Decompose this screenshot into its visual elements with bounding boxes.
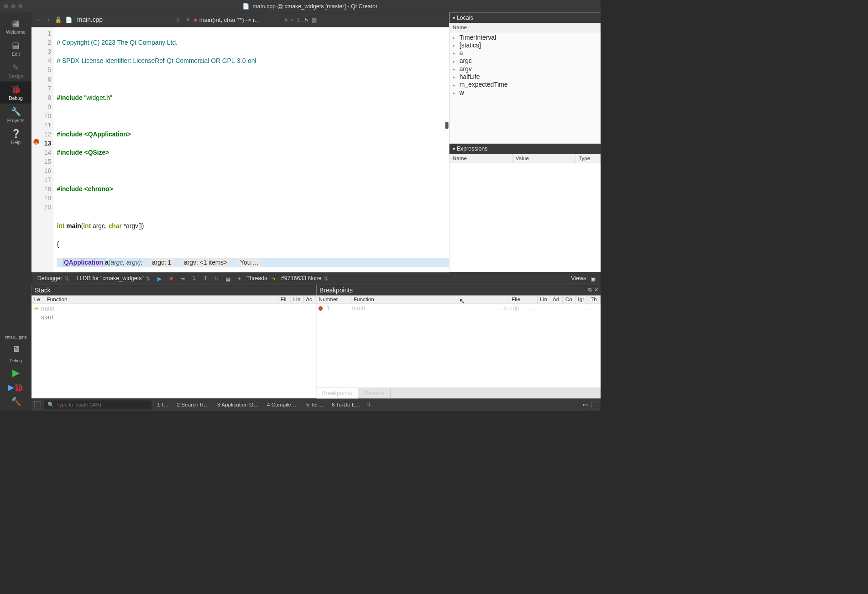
line-gutter[interactable]: 1 2 3 4 5 6 7 8 9 10 ⌄11 12 ➔13: [31, 27, 53, 272]
toggle-right-sidebar-icon[interactable]: [591, 401, 598, 408]
run-button[interactable]: ▶: [6, 366, 26, 379]
window-controls[interactable]: [4, 4, 23, 9]
step-over-icon[interactable]: ⤼: [178, 275, 187, 282]
chevron-right-icon: ▸: [453, 43, 457, 48]
locals-row[interactable]: ▸TimerInterval: [450, 33, 601, 41]
mode-help[interactable]: ❔Help: [0, 125, 31, 147]
record-icon[interactable]: ●: [235, 275, 244, 282]
chevron-right-icon: ▸: [453, 74, 457, 79]
mode-edit[interactable]: ▤Edit: [0, 37, 31, 59]
stack-body[interactable]: ➔main start: [31, 304, 316, 398]
inline-value-more: You …: [237, 258, 262, 267]
locals-row[interactable]: ▸w: [450, 89, 601, 96]
zoom-dot[interactable]: [18, 4, 23, 9]
breakpoints-headers[interactable]: Number Function File Lin Ad Co Igr Th: [316, 296, 601, 304]
breakpoint-dot-icon: [318, 306, 323, 311]
close-dot[interactable]: [4, 4, 8, 9]
restart-icon[interactable]: ↻: [212, 275, 221, 282]
nav-back-icon[interactable]: ‹: [34, 16, 42, 23]
expressions-columns[interactable]: Name Value Type: [450, 154, 601, 163]
mode-projects[interactable]: 🔧Projects: [0, 104, 31, 125]
min-dot[interactable]: [11, 4, 16, 9]
breakpoints-panel: Breakpoints ⧉✕ Number Function File Lin …: [316, 285, 601, 398]
split-editor-icon[interactable]: ▥: [310, 16, 319, 23]
step-into-icon[interactable]: ⤵: [189, 275, 198, 282]
chevron-right-icon: ▸: [453, 82, 457, 87]
stack-headers[interactable]: Le Function Fil Lin Ac: [31, 296, 316, 304]
log-icon[interactable]: ▤: [224, 275, 232, 282]
locals-columns[interactable]: Name: [450, 23, 601, 32]
wrench-icon: 🔧: [11, 107, 21, 116]
debugger-target-dropdown[interactable]: LLDB for "cmake_widgets"⇅: [74, 275, 153, 283]
chevron-down-icon: ▾: [453, 16, 455, 21]
mode-design[interactable]: ✎Design: [0, 59, 31, 81]
breakpoints-title: Breakpoints: [316, 285, 601, 296]
step-out-icon[interactable]: ⤴: [201, 275, 209, 282]
chevron-right-icon: ▸: [453, 90, 457, 95]
current-line-arrow-icon: ➔: [33, 139, 38, 147]
progress-icon[interactable]: ▭: [583, 401, 588, 408]
output-tab-4[interactable]: 4 Compile …: [264, 401, 300, 408]
symbol-marker-icon: ◆: [193, 17, 197, 23]
tab-threads[interactable]: Threads: [358, 388, 390, 398]
locator-input[interactable]: [57, 402, 148, 407]
output-tab-1[interactable]: 1 I…: [155, 401, 171, 408]
close-icon[interactable]: ✕: [594, 287, 598, 293]
locals-row[interactable]: ▸[statics]: [450, 42, 601, 49]
toggle-sidebar-icon[interactable]: [34, 401, 41, 408]
expressions-header[interactable]: ▾Expressions: [450, 144, 601, 154]
continue-icon[interactable]: ▶: [155, 275, 164, 282]
locals-tree[interactable]: ▸TimerInterval▸[statics]▸a▸argc▸argv▸hal…: [450, 32, 601, 144]
popout-icon[interactable]: ⧉: [588, 287, 592, 293]
thread-arrow-icon: ➔: [271, 275, 276, 282]
fold-icon[interactable]: ⌄: [48, 120, 52, 127]
tab-breakpoints[interactable]: Breakpoints: [316, 388, 358, 398]
stack-row[interactable]: ➔main: [31, 304, 316, 313]
debug-run-button[interactable]: ▶🐞: [6, 381, 26, 394]
locator-search[interactable]: 🔍: [44, 400, 152, 409]
output-tab-2[interactable]: 2 Search R…: [174, 401, 212, 408]
chevron-right-icon: ▸: [453, 58, 457, 63]
kit-selector[interactable]: cmak…gets: [3, 333, 29, 341]
code-area[interactable]: // Copyright (C) 2023 The Qt Company Ltd…: [54, 27, 449, 272]
output-tab-5[interactable]: 5 Ter…: [303, 401, 326, 408]
locals-row[interactable]: ▸a: [450, 49, 601, 57]
mode-monitor-icon[interactable]: 🖥: [6, 343, 26, 355]
stop-icon[interactable]: ■: [167, 275, 175, 282]
locals-row[interactable]: ▸argc: [450, 57, 601, 65]
locals-row[interactable]: ▸m_expectedTime: [450, 81, 601, 89]
debugger-dropdown[interactable]: Debugger⇅: [35, 275, 71, 283]
close-file-icon[interactable]: ✕: [184, 17, 192, 23]
locals-row[interactable]: ▸halfLife: [450, 73, 601, 81]
code-editor[interactable]: 1 2 3 4 5 6 7 8 9 10 ⌄11 12 ➔13: [31, 27, 449, 272]
breakpoint-row[interactable]: 1 main …n.cpp ... ... ...: [316, 304, 601, 313]
output-tab-6[interactable]: 6 To-Do E…: [329, 401, 363, 408]
help-icon: ❔: [11, 129, 21, 138]
locals-row[interactable]: ▸argv: [450, 65, 601, 73]
mode-welcome[interactable]: ▦Welcome: [0, 15, 31, 37]
scrollbar-thumb[interactable]: [445, 122, 449, 129]
stack-row[interactable]: start: [31, 313, 316, 322]
stack-panel: Stack Le Function Fil Lin Ac ➔main start: [31, 285, 316, 398]
thread-dropdown[interactable]: #9716633 None⇅: [278, 275, 330, 283]
lock-icon[interactable]: 🔓: [54, 16, 63, 23]
output-tab-3[interactable]: 3 Application O…: [215, 401, 261, 408]
bug-icon: 🐞: [11, 84, 21, 94]
document-icon: 📄: [242, 3, 249, 10]
breakpoints-body[interactable]: 1 main …n.cpp ... ... ...: [316, 304, 601, 387]
locals-header[interactable]: ▾Locals: [450, 13, 601, 23]
layout-icon[interactable]: ▣: [589, 275, 597, 282]
expressions-body[interactable]: [450, 163, 601, 272]
symbol-dropdown[interactable]: ◆ main(int, char **) -> i… ⇅: [193, 16, 288, 23]
editor-toolbar: ‹ › 🔓 📄 main.cpp ⇅ ✕ ◆ main(int, char **…: [31, 13, 449, 27]
inline-value-argc: argc: 1: [149, 258, 174, 267]
views-button[interactable]: Views: [571, 275, 586, 282]
line-column[interactable]: L...5: [298, 16, 308, 23]
new-file-icon[interactable]: 📄: [64, 16, 73, 23]
nav-fwd-icon[interactable]: ›: [44, 16, 52, 23]
build-button[interactable]: 🔨: [6, 395, 26, 408]
file-dropdown[interactable]: main.cpp ⇅: [74, 15, 182, 25]
build-mode[interactable]: Debug: [8, 357, 24, 365]
chevron-right-icon: ▸: [453, 35, 457, 40]
mode-debug[interactable]: 🐞Debug: [0, 82, 31, 104]
